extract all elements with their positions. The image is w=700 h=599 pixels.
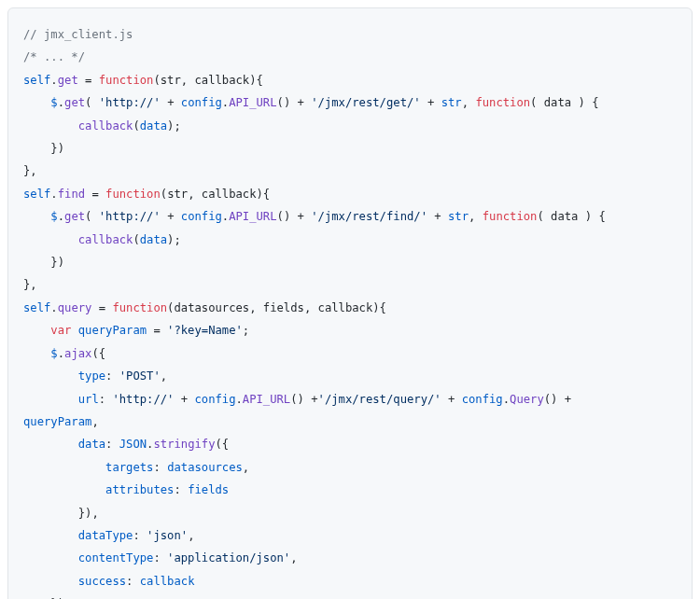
code-token: . [58, 210, 64, 223]
code-token: : [126, 575, 140, 588]
code-token: url [78, 393, 99, 406]
code-token: = [91, 301, 112, 314]
code-token: , [243, 461, 249, 474]
code-token: () + [290, 393, 317, 406]
code-token: : [153, 551, 167, 564]
code-token [23, 347, 50, 360]
code-token: ( [530, 96, 544, 109]
code-token: function [112, 301, 167, 314]
code-token: '/jmx/rest/get/' [311, 96, 420, 109]
code-token: ( [85, 210, 99, 223]
code-token: data [544, 96, 571, 109]
code-token: = [85, 188, 105, 201]
code-token: function [99, 74, 154, 87]
code-token: 'http://' [112, 393, 174, 406]
code-token: ); [167, 119, 181, 132]
code-token: ( [537, 210, 551, 223]
code-token: callback [78, 233, 133, 246]
code-token: ){ [249, 74, 263, 87]
code-token: data [140, 233, 167, 246]
code-token: . [503, 393, 510, 406]
code-token: : [99, 393, 113, 406]
code-token [23, 461, 105, 474]
code-token: attributes [105, 483, 174, 496]
code-token: , [290, 551, 297, 564]
code-token: str [161, 74, 181, 87]
code-token: ) { [578, 210, 605, 223]
code-token: , [91, 415, 98, 428]
code-token: }) [50, 256, 64, 269]
code-block: // jmx_client.js /* ... */ self.get = fu… [7, 7, 693, 599]
code-token: ; [243, 324, 249, 337]
code-token: stringify [153, 438, 215, 451]
code-token: targets [105, 461, 153, 474]
code-token: find [58, 188, 85, 201]
code-token: 'application/json' [167, 551, 290, 564]
code-token: API_URL [229, 210, 276, 223]
code-token: dataType [78, 529, 133, 542]
code-token: : [133, 529, 147, 542]
code-token: . [58, 347, 64, 360]
code-token: , [181, 74, 195, 87]
code-token [23, 210, 50, 223]
code-token: () + [277, 210, 312, 223]
code-token: queryParam [23, 415, 91, 428]
code-token: () + [544, 393, 579, 406]
code-token [23, 119, 78, 132]
code-token: $ [50, 96, 57, 109]
code-token: var [50, 324, 71, 337]
code-token: contentType [78, 551, 154, 564]
code-token: ({ [91, 347, 105, 360]
code-token: str [167, 188, 188, 201]
comment-ellipsis: /* ... */ [23, 50, 85, 63]
code-token: self [23, 301, 50, 314]
code-token: datasources [167, 461, 243, 474]
code-token: , [304, 301, 318, 314]
code-token: , [249, 301, 263, 314]
code-token: ) { [571, 96, 598, 109]
code-token [23, 324, 50, 337]
code-token: config [181, 96, 222, 109]
code-token [23, 551, 78, 564]
code-token: callback [318, 301, 373, 314]
code-token: API_URL [229, 96, 276, 109]
code-token: fields [263, 301, 304, 314]
code-token: config [181, 210, 222, 223]
code-token: ( [133, 233, 139, 246]
code-token: 'http://' [99, 96, 161, 109]
code-token: '/jmx/rest/query/' [318, 393, 441, 406]
code-token: : [105, 438, 119, 451]
code-token: ( [85, 96, 99, 109]
code-token: = [147, 324, 167, 337]
code-token: fields [188, 483, 229, 496]
code-token: config [194, 393, 235, 406]
code-token: data [78, 438, 105, 451]
code-token [23, 96, 50, 109]
code-token: . [236, 393, 243, 406]
code-token: . [50, 301, 57, 314]
code-token: callback [140, 575, 195, 588]
code-token: () + [277, 96, 312, 109]
code-token: get [64, 210, 85, 223]
code-token [23, 483, 105, 496]
code-token: callback [78, 119, 133, 132]
code-token: . [50, 188, 57, 201]
code-token [23, 142, 50, 155]
code-token: ){ [257, 188, 271, 201]
code-token: Query [510, 393, 544, 406]
code-token: , [188, 529, 194, 542]
code-token: : [174, 483, 188, 496]
code-token: type [78, 369, 105, 383]
code-token: query [58, 301, 92, 314]
code-token: get [64, 96, 85, 109]
code-token: }) [50, 142, 64, 155]
code-token: ( [153, 74, 160, 87]
code-token: JSON [119, 438, 147, 451]
code-token: data [140, 119, 167, 132]
code-token: ({ [216, 438, 230, 451]
code-token: '?key=Name' [167, 324, 243, 337]
code-token [23, 529, 78, 542]
code-token: : [153, 461, 167, 474]
code-token: get [58, 74, 78, 87]
code-token: data [551, 210, 578, 223]
